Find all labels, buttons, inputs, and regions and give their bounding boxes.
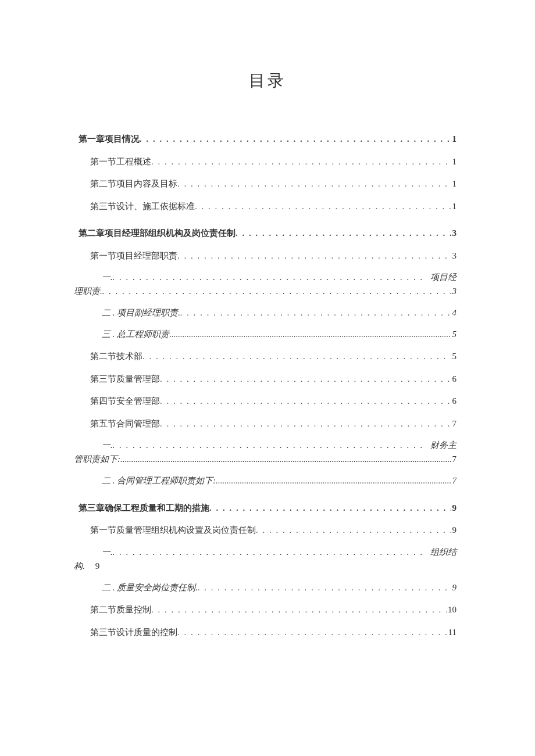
toc-label: 第二节质量控制 (90, 603, 151, 617)
toc-leader (113, 438, 426, 452)
toc-page: 1 (451, 155, 457, 169)
toc-label: 第三节质量管理部 (90, 372, 160, 386)
toc-chapter-2: 第二章项目经理部组织机构及岗位责任制 3 (79, 227, 456, 240)
toc-leader (140, 132, 451, 146)
toc-label-cont: 构. (74, 559, 85, 573)
toc-label: 一. (102, 545, 113, 559)
toc-label: 第四节安全管理部 (90, 395, 160, 408)
toc-label: 第三章确保工程质量和工期的措施 (79, 501, 209, 515)
toc-section-2-4: 第四节安全管理部 6 (90, 395, 456, 408)
toc-page: 5 (451, 350, 457, 363)
toc-page: 6 (451, 395, 457, 408)
toc-page: 3 (451, 227, 457, 240)
toc-page: 9 (95, 559, 100, 573)
toc-leader (151, 155, 451, 169)
toc-label: 第三节设计质量的控制 (90, 626, 177, 639)
toc-page: 9 (451, 581, 457, 594)
toc-item-3-1-2: 二 . 质量安全岗位责任制. 9 (102, 581, 456, 594)
toc-leader (180, 306, 451, 320)
toc-label: 第二节项目内容及目标 (90, 177, 177, 191)
toc-chapter-1: 第一章项目情况 1 (79, 132, 456, 146)
toc-leader (172, 328, 451, 341)
toc-page: 11 (447, 626, 456, 639)
toc-label: 二 . 合同管理工程师职责如下: (102, 474, 216, 488)
toc-item-2-5-2: 二 . 合同管理工程师职责如下: 7 (102, 474, 456, 488)
toc-page: 6 (451, 372, 457, 386)
toc-leader (236, 227, 451, 240)
toc-label: 第三节设计、施工依据标准 (90, 200, 195, 213)
toc-label-cont: 理职责. (74, 284, 102, 298)
toc-section-3-3: 第三节设计质量的控制 11 (90, 626, 456, 639)
toc-label: 第一节工程概述 (90, 155, 151, 169)
toc-leader (113, 270, 426, 284)
toc-leader (216, 474, 451, 488)
toc-page: 3 (451, 249, 457, 263)
toc-section-3-2: 第二节质量控制 10 (90, 603, 456, 617)
page-title: 目录 (79, 70, 456, 92)
toc-section-2-1: 第一节项目经理部职责 3 (90, 249, 456, 263)
toc-leader (198, 581, 451, 594)
toc-label: 第二节技术部 (90, 350, 142, 363)
toc-label: 二 . 项目副经理职责. (102, 306, 180, 320)
toc-label: 二 . 质量安全岗位责任制. (102, 581, 198, 594)
toc-leader (160, 395, 451, 408)
toc-page: 9 (451, 524, 457, 537)
toc-label: 三 . 总工程师职责. (102, 328, 172, 341)
toc-label: 第二章项目经理部组织机构及岗位责任制 (79, 227, 236, 240)
toc-leader (113, 545, 426, 559)
toc-page: 1 (451, 132, 457, 146)
toc-page: 7 (451, 474, 457, 488)
toc-label: 第一章项目情况 (79, 132, 140, 146)
toc-page: 7 (452, 452, 457, 466)
toc-label: 第一节项目经理部职责 (90, 249, 177, 263)
toc-label: 第一节质量管理组织机构设置及岗位责任制 (90, 524, 256, 537)
toc-page: 5 (451, 328, 457, 341)
toc-section-2-2: 第二节技术部 5 (90, 350, 456, 363)
toc-label: 第五节合同管理部 (90, 417, 160, 431)
toc-item-3-1-1: 一. 组织结 构. 9 (79, 545, 456, 573)
toc-trail: 项目经 (426, 270, 456, 284)
toc-leader (209, 501, 451, 515)
toc-section-3-1: 第一节质量管理组织机构设置及岗位责任制 9 (90, 524, 456, 537)
toc-item-2-1-2: 二 . 项目副经理职责. 4 (102, 306, 456, 320)
toc-page: 4 (451, 306, 457, 320)
toc-leader (160, 417, 451, 431)
toc-page: 3 (452, 284, 457, 298)
toc-leader (177, 249, 451, 263)
toc-page: 7 (451, 417, 457, 431)
toc-leader (102, 284, 452, 298)
toc-section-1-2: 第二节项目内容及目标 1 (90, 177, 456, 191)
toc-leader (195, 200, 451, 213)
toc-label: 一. (102, 270, 113, 284)
toc-leader (151, 603, 447, 617)
toc-item-2-5-1: 一. 财务主 管职责如下: 7 (79, 438, 456, 466)
toc-section-2-3: 第三节质量管理部 6 (90, 372, 456, 386)
toc-page: 1 (451, 200, 457, 213)
toc-label: 一. (102, 438, 113, 452)
toc-leader (160, 372, 451, 386)
toc-section-1-1: 第一节工程概述 1 (90, 155, 456, 169)
toc-chapter-3: 第三章确保工程质量和工期的措施 9 (79, 501, 456, 515)
table-of-contents: 第一章项目情况 1 第一节工程概述 1 第二节项目内容及目标 1 第三节设计、施… (79, 132, 456, 639)
toc-trail: 财务主 (426, 438, 456, 452)
toc-leader (142, 350, 451, 363)
toc-item-2-1-3: 三 . 总工程师职责. 5 (102, 328, 456, 341)
toc-leader (177, 177, 451, 191)
toc-trail: 组织结 (426, 545, 456, 559)
toc-label-cont: 管职责如下: (74, 452, 120, 466)
toc-leader (120, 452, 452, 466)
toc-leader (256, 524, 451, 537)
toc-section-1-3: 第三节设计、施工依据标准 1 (90, 200, 456, 213)
toc-page: 10 (447, 603, 456, 617)
toc-section-2-5: 第五节合同管理部 7 (90, 417, 456, 431)
toc-item-2-1-1: 一. 项目经 理职责. 3 (79, 270, 456, 298)
toc-page: 1 (451, 177, 457, 191)
toc-page: 9 (451, 501, 457, 515)
toc-leader (177, 626, 447, 639)
